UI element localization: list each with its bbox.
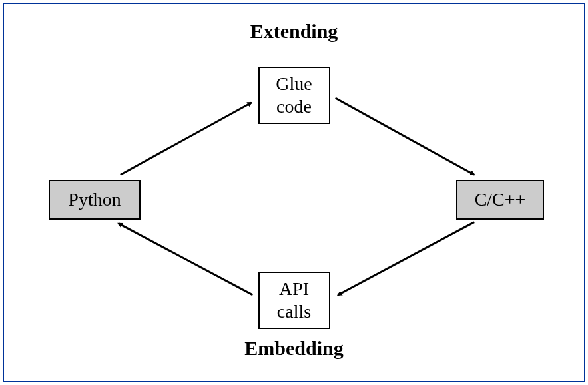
label-extending: Extending bbox=[250, 20, 338, 43]
box-api-text: API calls bbox=[277, 278, 311, 322]
arrow-api-to-python bbox=[119, 224, 253, 295]
box-glue-text: Glue code bbox=[276, 73, 312, 117]
arrow-ccpp-to-api bbox=[338, 222, 475, 295]
box-python-text: Python bbox=[68, 189, 121, 211]
label-embedding: Embedding bbox=[244, 337, 343, 360]
box-ccpp: C/C++ bbox=[456, 180, 544, 220]
box-api-calls: API calls bbox=[258, 272, 330, 329]
diagram-frame: Extending Python Glue code C/C++ API cal… bbox=[3, 3, 585, 382]
box-ccpp-text: C/C++ bbox=[475, 189, 526, 211]
arrow-glue-to-ccpp bbox=[336, 98, 475, 175]
box-python: Python bbox=[49, 180, 141, 220]
arrow-python-to-glue bbox=[121, 103, 252, 175]
box-glue-code: Glue code bbox=[258, 67, 330, 124]
